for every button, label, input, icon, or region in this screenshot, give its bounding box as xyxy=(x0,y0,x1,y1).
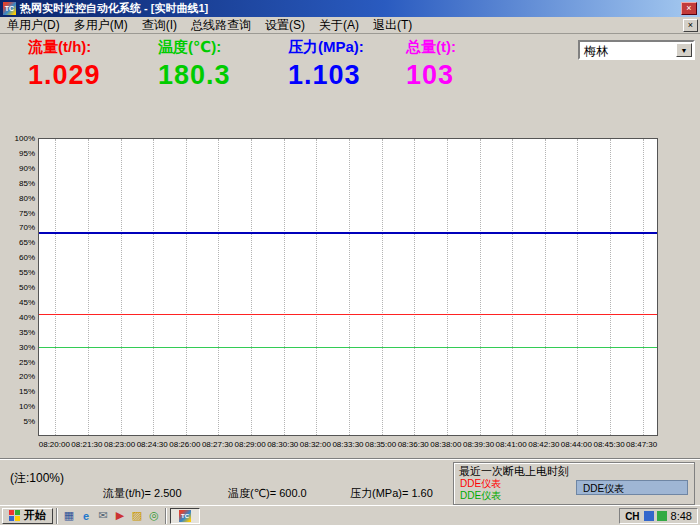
reading-label: 总量(t): xyxy=(406,38,456,57)
y-axis-tick-label: 70% xyxy=(8,223,35,232)
footer-divider xyxy=(0,458,700,460)
ie-icon[interactable]: e xyxy=(78,508,94,523)
reading-label: 温度(℃): xyxy=(158,38,221,57)
menu-item[interactable]: 关于(A) xyxy=(312,16,366,35)
range-label: 压力(MPa)= 1.60 xyxy=(350,486,433,501)
app-window: TC 热网实时监控自动化系统 - [实时曲线1] × 单用户(D)多用户(M)查… xyxy=(0,0,700,525)
start-button[interactable]: 开始 xyxy=(2,508,53,524)
chart-series-line xyxy=(39,347,657,348)
y-axis-tick-label: 75% xyxy=(8,209,35,218)
y-axis-tick-label: 55% xyxy=(8,268,35,277)
station-select[interactable]: 梅林 ▼ xyxy=(578,40,695,60)
reading-value: 180.3 xyxy=(158,60,231,91)
y-axis-tick-label: 50% xyxy=(8,283,35,292)
window-title: 热网实时监控自动化系统 - [实时曲线1] xyxy=(20,1,681,16)
menu-bar: 单用户(D)多用户(M)查询(I)总线路查询设置(S)关于(A)退出(T)× xyxy=(0,17,700,34)
search-icon[interactable]: ◎ xyxy=(146,508,162,523)
y-axis-tick-label: 25% xyxy=(8,358,35,367)
taskbar-divider xyxy=(56,508,58,524)
y-axis-tick-label: 30% xyxy=(8,343,35,352)
vertical-gridline xyxy=(447,139,448,435)
main-content: 流量(t/h):1.029温度(℃):180.3压力(MPa):1.103总量(… xyxy=(0,34,700,505)
station-select-value: 梅林 xyxy=(584,43,608,60)
clock: 8:48 xyxy=(671,510,692,522)
reading-value: 1.103 xyxy=(288,60,361,91)
y-axis-tick-label: 100% xyxy=(8,134,35,143)
y-axis-tick-label: 80% xyxy=(8,194,35,203)
show-desktop-icon[interactable]: ▦ xyxy=(61,508,77,523)
y-axis-tick-label: 65% xyxy=(8,238,35,247)
menu-item[interactable]: 多用户(M) xyxy=(67,16,135,35)
vertical-gridline xyxy=(251,139,252,435)
mail-icon[interactable]: ✉ xyxy=(95,508,111,523)
close-icon[interactable]: × xyxy=(681,2,697,15)
vertical-gridline xyxy=(643,139,644,435)
y-axis-tick-label: 20% xyxy=(8,372,35,381)
vertical-gridline xyxy=(121,139,122,435)
y-axis-tick-label: 85% xyxy=(8,179,35,188)
plot-area xyxy=(38,138,658,436)
y-axis-tick-label: 45% xyxy=(8,298,35,307)
menu-item[interactable]: 单用户(D) xyxy=(0,16,67,35)
vertical-gridline xyxy=(186,139,187,435)
x-axis-tick-label: 08:47:30 xyxy=(620,440,664,449)
vertical-gridline xyxy=(512,139,513,435)
title-bar: TC 热网实时监控自动化系统 - [实时曲线1] × xyxy=(0,0,700,17)
vertical-gridline xyxy=(349,139,350,435)
power-event-panel: 最近一次断电上电时刻 DDE仪表DDE仪表 DDE仪表 xyxy=(453,462,695,505)
tray-icons xyxy=(644,511,667,521)
system-tray: CH 8:48 xyxy=(619,508,698,524)
note-label: (注:100%) xyxy=(10,470,64,487)
vertical-gridline xyxy=(414,139,415,435)
reading-label: 压力(MPa): xyxy=(288,38,364,57)
y-axis-tick-label: 35% xyxy=(8,328,35,337)
vertical-gridline xyxy=(382,139,383,435)
range-label: 温度(℃)= 600.0 xyxy=(228,486,307,501)
vertical-gridline xyxy=(610,139,611,435)
vertical-gridline xyxy=(88,139,89,435)
quick-launch: ▦e✉▶▨◎ xyxy=(61,508,162,523)
vertical-gridline xyxy=(545,139,546,435)
reading-label: 流量(t/h): xyxy=(28,38,91,57)
vertical-gridline xyxy=(480,139,481,435)
start-button-label: 开始 xyxy=(24,508,46,523)
chart-series-line xyxy=(39,232,657,234)
display-tray-icon[interactable] xyxy=(644,511,654,521)
child-window-close-icon[interactable]: × xyxy=(683,19,698,32)
volume-tray-icon[interactable] xyxy=(657,511,667,521)
y-axis-tick-label: 90% xyxy=(8,164,35,173)
range-label: 流量(t/h)= 2.500 xyxy=(103,486,182,501)
taskbar-app-button[interactable]: TC xyxy=(170,508,200,524)
y-axis-tick-label: 15% xyxy=(8,387,35,396)
taskbar: 开始 ▦e✉▶▨◎ TC CH 8:48 xyxy=(0,505,700,525)
menu-item[interactable]: 退出(T) xyxy=(366,16,419,35)
vertical-gridline xyxy=(284,139,285,435)
y-axis-tick-label: 40% xyxy=(8,313,35,322)
dde-selected-item[interactable]: DDE仪表 xyxy=(576,480,688,495)
y-axis-tick-label: 95% xyxy=(8,149,35,158)
menu-item[interactable]: 设置(S) xyxy=(258,16,312,35)
chart-series-line xyxy=(39,314,657,315)
media-player-icon[interactable]: ▶ xyxy=(112,508,128,523)
app-logo-icon: TC xyxy=(3,2,16,15)
realtime-curve-chart: 100%95%90%85%80%75%70%65%60%55%50%45%40%… xyxy=(8,134,694,468)
folder-icon[interactable]: ▨ xyxy=(129,508,145,523)
vertical-gridline xyxy=(316,139,317,435)
chevron-down-icon[interactable]: ▼ xyxy=(676,43,692,57)
vertical-gridline xyxy=(153,139,154,435)
language-indicator[interactable]: CH xyxy=(625,511,639,522)
y-axis-tick-label: 60% xyxy=(8,253,35,262)
menu-item[interactable]: 总线路查询 xyxy=(184,16,258,35)
windows-logo-icon xyxy=(9,510,21,521)
vertical-gridline xyxy=(55,139,56,435)
dde-item[interactable]: DDE仪表 xyxy=(460,489,501,503)
taskbar-divider-2 xyxy=(165,508,167,524)
menu-item[interactable]: 查询(I) xyxy=(135,16,184,35)
y-axis-tick-label: 10% xyxy=(8,402,35,411)
reading-value: 1.029 xyxy=(28,60,101,91)
app-logo-icon-small: TC xyxy=(179,510,191,522)
reading-value: 103 xyxy=(406,60,454,91)
y-axis-tick-label: 5% xyxy=(8,417,35,426)
vertical-gridline xyxy=(577,139,578,435)
vertical-gridline xyxy=(218,139,219,435)
